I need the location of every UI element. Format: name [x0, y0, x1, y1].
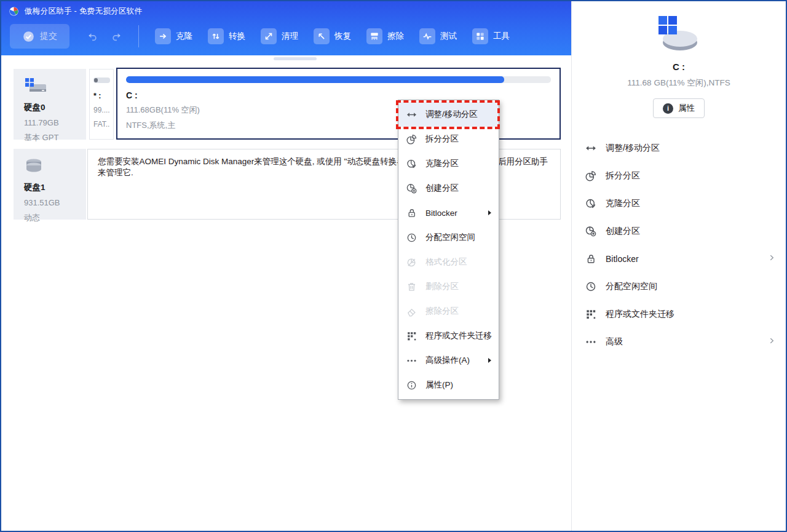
sidebar: C : 111.68 GB(11% 空闲),NTFS i 属性 调整/移动分区 … [571, 1, 786, 531]
sidebar-item-split-partition[interactable]: 拆分分区 [572, 162, 786, 189]
partition-label: C : [126, 90, 551, 100]
disk-size: 111.79GB [24, 118, 86, 127]
recover-icon [314, 28, 330, 44]
app-migrate-icon [406, 330, 417, 342]
disk1-info-panel[interactable]: 硬盘1 931.51GB 动态 [14, 149, 86, 220]
sidebar-item-label: 分配空闲空间 [606, 281, 657, 292]
submenu-arrow-icon [488, 358, 491, 363]
chevron-right-icon [767, 336, 776, 347]
partition-label: * : [93, 92, 110, 100]
sidebar-item-advanced[interactable]: 高级 [572, 328, 786, 355]
tool-label: 清理 [282, 31, 298, 42]
create-partition-icon [406, 183, 417, 194]
resize-move-icon [585, 142, 597, 154]
menu-item-label: 克隆分区 [425, 158, 459, 169]
menu-item-create-partition[interactable]: 创建分区 [398, 176, 499, 200]
eraser-icon [406, 306, 417, 317]
sidebar-item-allocate-free-space[interactable]: 分配空闲空间 [572, 272, 786, 300]
disk0-info-panel[interactable]: 硬盘0 111.79GB 基本 GPT [14, 69, 86, 140]
properties-button[interactable]: i 属性 [653, 98, 705, 118]
partition-fs: FAT... [93, 120, 110, 129]
menu-item-clone-partition[interactable]: 克隆分区 [398, 151, 499, 176]
app-window: 傲梅分区助手 - 免费无损分区软件 提交 克隆 [0, 0, 787, 532]
sidebar-item-clone-partition[interactable]: 克隆分区 [572, 189, 786, 217]
sidebar-item-label: 拆分分区 [606, 170, 640, 181]
toolbar-separator [138, 25, 139, 47]
menu-item-label: Bitlocker [425, 208, 457, 218]
split-partition-icon [406, 133, 417, 145]
toolbar-item-tools[interactable]: 工具 [472, 28, 510, 44]
toolbar-tools: 克隆 转换 清理 恢复 擦除 [155, 28, 510, 44]
tool-label: 克隆 [176, 31, 192, 42]
clock-icon [406, 232, 417, 244]
menu-item-resize-move-partition[interactable]: 调整/移动分区 [398, 102, 499, 127]
toolbar-item-test[interactable]: 测试 [419, 28, 457, 44]
clean-icon [261, 28, 277, 44]
sidebar-item-app-migration[interactable]: 程序或文件夹迁移 [572, 300, 786, 328]
submit-button[interactable]: 提交 [10, 24, 69, 49]
disk-type: 动态 [24, 212, 86, 223]
sidebar-item-label: Bitlocker [606, 254, 639, 264]
sidebar-item-label: 创建分区 [606, 226, 640, 237]
convert-icon [208, 28, 224, 44]
submenu-arrow-icon [488, 210, 491, 215]
partition-name: C : [572, 62, 786, 72]
info-icon: i [663, 103, 673, 114]
partition-info: 111.68 GB(11% 空闲),NTFS [572, 77, 786, 89]
menu-item-label: 拆分分区 [425, 133, 459, 145]
test-icon [419, 28, 435, 44]
menu-item-split-partition[interactable]: 拆分分区 [398, 127, 499, 151]
toolbar-item-erase[interactable]: 擦除 [366, 28, 404, 44]
app-migrate-icon [585, 308, 597, 320]
partition-system-reserved[interactable]: * : 99.... FAT... [89, 69, 114, 140]
sidebar-item-resize-move-partition[interactable]: 调整/移动分区 [572, 134, 786, 162]
menu-item-advanced-operations[interactable]: 高级操作(A) [398, 348, 499, 373]
menu-item-label: 擦除分区 [425, 306, 459, 317]
sidebar-item-label: 高级 [606, 336, 623, 347]
sidebar-item-bitlocker[interactable]: Bitlocker [572, 245, 786, 272]
sidebar-item-create-partition[interactable]: 创建分区 [572, 217, 786, 245]
undo-redo-group [87, 31, 122, 42]
menu-item-bitlocker[interactable]: Bitlocker [398, 200, 499, 225]
submit-label: 提交 [40, 31, 57, 42]
lock-icon [406, 207, 417, 219]
toolbar-item-recover[interactable]: 恢复 [314, 28, 351, 44]
tool-label: 测试 [440, 31, 457, 42]
menu-item-format-partition: 格式化分区 [398, 250, 499, 274]
split-partition-icon [585, 170, 597, 182]
menu-item-label: 分配空闲空间 [425, 232, 475, 243]
menu-item-label: 格式化分区 [425, 256, 467, 268]
toolbar-item-clone[interactable]: 克隆 [155, 28, 192, 44]
clock-icon [585, 280, 597, 293]
info-icon [406, 379, 417, 391]
sidebar-item-label: 程序或文件夹迁移 [606, 309, 674, 320]
toolbar-item-convert[interactable]: 转换 [208, 28, 245, 44]
toolbar-item-clean[interactable]: 清理 [261, 28, 298, 44]
properties-label: 属性 [678, 103, 695, 114]
panel-drag-handle[interactable] [274, 57, 317, 60]
menu-item-label: 属性(P) [425, 379, 453, 391]
disk-size: 931.51GB [24, 198, 86, 207]
partition-usage-bar [93, 77, 110, 83]
menu-item-app-migration[interactable]: 程序或文件夹迁移 [398, 324, 499, 348]
undo-icon[interactable] [87, 31, 98, 42]
menu-item-allocate-free-space[interactable]: 分配空闲空间 [398, 225, 499, 250]
sidebar-actions: 调整/移动分区 拆分分区 克隆分区 创建分区 Bitlocker 分配空 [572, 134, 786, 355]
trash-icon [406, 281, 417, 293]
tools-icon [472, 28, 488, 44]
sidebar-item-label: 克隆分区 [606, 198, 640, 209]
menu-item-label: 创建分区 [425, 183, 459, 194]
sidebar-item-label: 调整/移动分区 [606, 143, 660, 154]
usage-fill [94, 78, 98, 82]
partition-size: 99.... [93, 106, 110, 114]
clone-partition-icon [406, 158, 417, 170]
sidebar-partition-summary: C : 111.68 GB(11% 空闲),NTFS i 属性 [572, 15, 786, 118]
clone-icon [155, 28, 171, 44]
redo-icon[interactable] [111, 31, 122, 42]
lock-icon [585, 253, 597, 265]
more-dots-icon [585, 336, 597, 348]
erase-icon [366, 28, 382, 44]
clone-partition-icon [585, 197, 597, 210]
tool-label: 擦除 [387, 31, 404, 42]
menu-item-properties[interactable]: 属性(P) [398, 373, 499, 397]
